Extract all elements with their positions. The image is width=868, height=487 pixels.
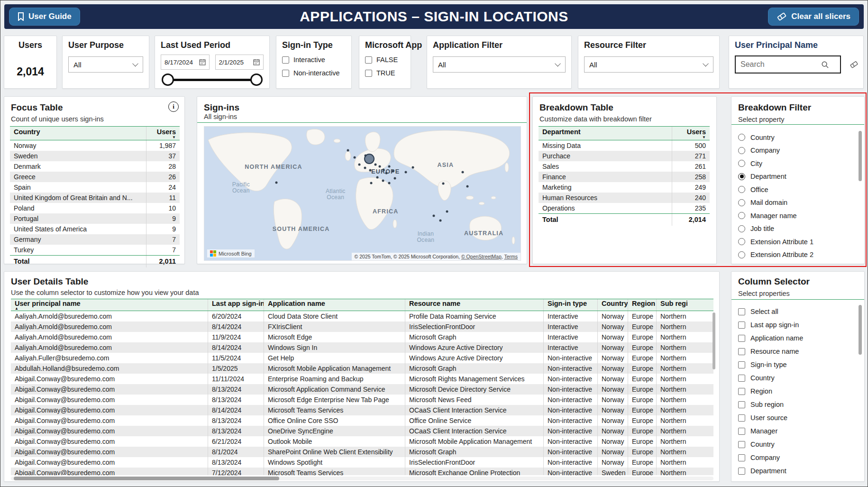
details-col-header[interactable]: Sign-in type bbox=[543, 299, 597, 311]
column-selector-option[interactable]: User source bbox=[738, 411, 858, 424]
end-date-input[interactable]: 2/1/2025 bbox=[215, 55, 264, 70]
details-col-header[interactable]: Region bbox=[628, 299, 656, 311]
breakdown-col-department[interactable]: Department bbox=[539, 127, 672, 140]
table-row[interactable]: Greece26 bbox=[10, 172, 180, 182]
breakdown-col-users[interactable]: Users▼ bbox=[672, 127, 710, 140]
map-data-point[interactable] bbox=[378, 165, 381, 168]
table-row[interactable]: Sales261 bbox=[539, 161, 710, 172]
table-row[interactable]: Norway1,987 bbox=[10, 140, 180, 151]
breakdown-filter-option[interactable]: Extension Attribute 1 bbox=[738, 235, 858, 248]
table-row[interactable]: Aaliyah.Arnold@bsuredemo.com6/20/2024Clo… bbox=[11, 311, 713, 322]
map-data-point[interactable] bbox=[370, 182, 372, 184]
column-selector-option[interactable]: Manager bbox=[738, 424, 858, 438]
map-data-point[interactable] bbox=[382, 169, 384, 171]
table-row[interactable]: Missing Data500 bbox=[539, 140, 710, 151]
breakdown-filter-option[interactable]: Job title bbox=[738, 222, 858, 236]
column-selector-option[interactable]: Select all bbox=[738, 305, 858, 318]
table-row[interactable]: Purchace271 bbox=[539, 151, 710, 161]
map-data-point[interactable] bbox=[382, 180, 384, 182]
clear-all-slicers-button[interactable]: Clear all slicers bbox=[768, 8, 859, 26]
map-data-point[interactable] bbox=[404, 171, 407, 173]
table-row[interactable]: Denmark28 bbox=[10, 161, 180, 172]
table-row[interactable]: Turkey7 bbox=[10, 245, 180, 255]
table-row[interactable]: Abigail.Conway@bsuredemo.com7/12/2024Mic… bbox=[11, 468, 713, 475]
breakdown-filter-option[interactable]: Department bbox=[738, 170, 858, 184]
sign-in-type-option[interactable]: Interactive bbox=[282, 56, 346, 64]
table-row[interactable]: Aaliyah.Arnold@bsuredemo.com11/9/2024Mic… bbox=[11, 332, 713, 342]
application-filter-dropdown[interactable]: All bbox=[433, 56, 566, 73]
table-row[interactable]: Abigail.Conway@bsuredemo.com11/11/2024En… bbox=[11, 374, 713, 384]
breakdown-filter-option[interactable]: Office bbox=[738, 183, 858, 196]
table-row[interactable]: Portugal9 bbox=[10, 213, 180, 224]
map-data-point[interactable] bbox=[388, 182, 390, 184]
table-row[interactable]: Sweden37 bbox=[10, 151, 180, 161]
scrollbar-thumb[interactable] bbox=[859, 305, 862, 355]
breakdown-filter-option[interactable]: Mail domain bbox=[738, 196, 858, 210]
map-data-point[interactable] bbox=[358, 163, 361, 165]
world-map[interactable]: NORTH AMERICAEUROPEASIAAFRICASOUTH AMERI… bbox=[204, 126, 521, 261]
user-purpose-dropdown[interactable]: All bbox=[68, 56, 143, 73]
table-row[interactable]: Abigail.Conway@bsuredemo.com8/13/2024Mic… bbox=[11, 384, 713, 395]
column-selector-option[interactable]: Department bbox=[738, 464, 858, 478]
details-col-header[interactable]: User principal name▲ bbox=[11, 299, 208, 311]
column-selector-option[interactable]: Country bbox=[738, 371, 858, 385]
details-col-header[interactable]: Last app sign-in bbox=[208, 299, 264, 311]
openstreetmap-link[interactable]: © OpenStreetMap bbox=[461, 254, 502, 259]
horizontal-scrollbar-thumb[interactable] bbox=[14, 477, 279, 480]
map-data-point[interactable] bbox=[439, 219, 441, 221]
details-col-header[interactable]: Resource name bbox=[405, 299, 543, 311]
table-row[interactable]: Abigail.Conway@bsuredemo.com8/13/2024Win… bbox=[11, 457, 713, 468]
map-data-point[interactable] bbox=[354, 156, 356, 158]
table-row[interactable]: Finance258 bbox=[539, 172, 710, 182]
map-data-point[interactable] bbox=[347, 149, 349, 151]
map-data-point[interactable] bbox=[275, 181, 278, 184]
column-selector-option[interactable]: Company bbox=[738, 451, 858, 464]
breakdown-filter-option[interactable]: Country bbox=[738, 131, 858, 144]
map-data-point[interactable] bbox=[412, 166, 414, 169]
column-selector-option[interactable]: Last app sign-in bbox=[738, 318, 858, 331]
terms-link[interactable]: Terms bbox=[504, 254, 518, 259]
table-row[interactable]: Aaliyah.Arnold@bsuredemo.com8/14/2024Win… bbox=[11, 342, 713, 353]
breakdown-filter-option[interactable]: Extension Attribute 2 bbox=[738, 248, 858, 262]
column-selector-option[interactable]: Application name bbox=[738, 331, 858, 345]
slider-handle-start[interactable] bbox=[162, 74, 174, 86]
breakdown-filter-option[interactable]: Company bbox=[738, 144, 858, 157]
map-data-point[interactable] bbox=[442, 183, 445, 185]
map-data-point[interactable] bbox=[466, 185, 468, 188]
map-bubble-norway[interactable] bbox=[364, 154, 375, 164]
focus-col-country[interactable]: Country bbox=[10, 127, 146, 140]
table-row[interactable]: Germany7 bbox=[10, 234, 180, 245]
map-data-point[interactable] bbox=[385, 172, 387, 175]
column-selector-option[interactable]: Sub region bbox=[738, 398, 858, 411]
resource-filter-dropdown[interactable]: All bbox=[584, 56, 713, 73]
sign-in-type-option[interactable]: Non-interactive bbox=[282, 69, 346, 77]
details-col-header[interactable]: Application name bbox=[264, 299, 405, 311]
details-col-header[interactable]: Country bbox=[597, 299, 628, 311]
map-data-point[interactable] bbox=[394, 177, 396, 179]
focus-col-users[interactable]: Users▼ bbox=[146, 127, 180, 140]
map-data-point[interactable] bbox=[374, 163, 376, 165]
column-selector-option[interactable]: Country bbox=[738, 438, 858, 451]
start-date-input[interactable]: 8/17/2024 bbox=[161, 55, 210, 70]
column-selector-option[interactable]: Resource name bbox=[738, 345, 858, 358]
table-row[interactable]: Marketing249 bbox=[539, 182, 710, 193]
map-data-point[interactable] bbox=[432, 215, 435, 217]
table-row[interactable]: Abdullah.Holland@bsuredemo.com1/5/2025Mi… bbox=[11, 363, 713, 374]
map-data-point[interactable] bbox=[446, 211, 448, 213]
map-data-point[interactable] bbox=[364, 166, 366, 169]
map-data-point[interactable] bbox=[376, 176, 378, 179]
table-row[interactable]: Abigail.Conway@bsuredemo.com8/13/2024Off… bbox=[11, 415, 713, 426]
map-data-point[interactable] bbox=[461, 171, 464, 173]
slider-track[interactable] bbox=[167, 79, 257, 81]
table-row[interactable]: Abigail.Conway@bsuredemo.com8/13/2024Mic… bbox=[11, 395, 713, 405]
table-row[interactable]: Aaliyah.Arnold@bsuredemo.com8/14/2024FXI… bbox=[11, 322, 713, 332]
table-row[interactable]: Abigail.Conway@bsuredemo.com8/13/2024One… bbox=[11, 426, 713, 436]
table-row[interactable]: Human Resources240 bbox=[539, 193, 710, 203]
slider-handle-end[interactable] bbox=[250, 74, 263, 86]
microsoft-app-option[interactable]: TRUE bbox=[365, 69, 405, 77]
table-row[interactable]: Operations235 bbox=[539, 203, 710, 213]
breakdown-filter-option[interactable]: City bbox=[738, 157, 858, 170]
clear-search-eraser-icon[interactable] bbox=[850, 61, 859, 70]
details-col-header[interactable]: Sub region bbox=[656, 299, 687, 311]
map-data-point[interactable] bbox=[392, 170, 394, 172]
